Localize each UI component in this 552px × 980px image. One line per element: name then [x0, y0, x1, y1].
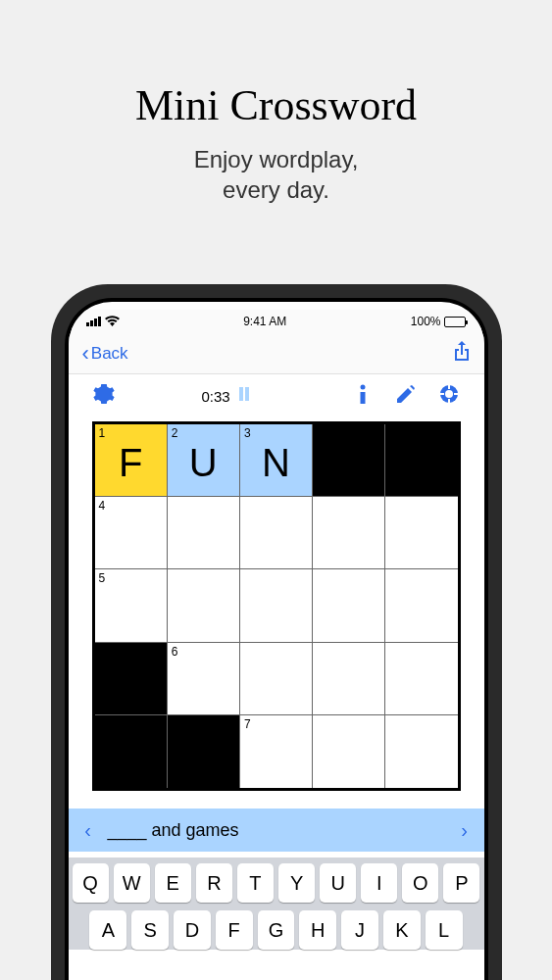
crossword-cell: [385, 424, 457, 497]
crossword-grid[interactable]: 1F2U3N4567: [92, 421, 461, 791]
crossword-cell[interactable]: 3N: [240, 424, 313, 497]
crossword-cell[interactable]: 4: [95, 497, 168, 569]
crossword-cell[interactable]: 2U: [168, 424, 240, 497]
status-bar: 9:41 AM 100%: [69, 310, 484, 333]
svg-rect-3: [360, 392, 365, 404]
svg-point-2: [360, 385, 365, 390]
crossword-cell[interactable]: 1F: [95, 424, 168, 497]
next-clue-button[interactable]: ›: [457, 819, 473, 842]
prev-clue-button[interactable]: ‹: [80, 819, 96, 842]
key-l[interactable]: L: [426, 910, 463, 950]
phone-screen: 9:41 AM 100% ‹ Back 0:33: [69, 302, 484, 980]
cell-number: 1: [99, 426, 106, 440]
crossword-cell[interactable]: 6: [168, 643, 240, 715]
key-s[interactable]: S: [131, 910, 169, 950]
cell-number: 7: [244, 717, 251, 731]
settings-button[interactable]: [88, 383, 120, 409]
svg-rect-8: [439, 393, 444, 395]
key-e[interactable]: E: [155, 863, 191, 903]
key-k[interactable]: K: [383, 910, 421, 950]
key-w[interactable]: W: [114, 863, 150, 903]
crossword-cell[interactable]: [313, 715, 385, 788]
key-r[interactable]: R: [196, 863, 232, 903]
key-i[interactable]: I: [361, 863, 397, 903]
svg-rect-9: [454, 393, 459, 395]
keyboard: QWERTYUIOP ASDFGHJKL: [69, 858, 484, 950]
key-j[interactable]: J: [341, 910, 378, 950]
crossword-cell[interactable]: [240, 643, 313, 715]
crossword-cell: [95, 643, 168, 715]
lifesaver-button[interactable]: [433, 384, 465, 408]
key-q[interactable]: Q: [73, 863, 109, 903]
cell-number: 6: [172, 645, 178, 659]
key-y[interactable]: Y: [278, 863, 315, 903]
nav-bar: ‹ Back: [69, 333, 484, 374]
timer-display: 0:33: [202, 388, 230, 405]
cell-letter: F: [119, 441, 142, 485]
crossword-cell[interactable]: 5: [95, 569, 168, 642]
promo-title: Mini Crossword: [0, 0, 552, 130]
chevron-left-icon: ‹: [82, 343, 89, 365]
crossword-cell: [313, 424, 385, 497]
signal-icon: [86, 317, 101, 326]
back-button[interactable]: ‹ Back: [82, 343, 128, 365]
crossword-cell[interactable]: [313, 569, 385, 642]
svg-point-5: [445, 390, 453, 398]
cell-number: 3: [244, 426, 251, 440]
crossword-cell[interactable]: [313, 497, 385, 569]
share-button[interactable]: [453, 341, 471, 367]
key-p[interactable]: P: [443, 863, 479, 903]
crossword-cell[interactable]: [168, 569, 240, 642]
key-h[interactable]: H: [299, 910, 336, 950]
crossword-cell[interactable]: [240, 497, 313, 569]
toolbar: 0:33: [69, 374, 484, 417]
crossword-cell: [95, 715, 168, 788]
crossword-cell: [168, 715, 240, 788]
cell-number: 2: [172, 426, 178, 440]
crossword-cell[interactable]: 7: [240, 715, 313, 788]
cell-letter: U: [189, 441, 218, 485]
key-g[interactable]: G: [258, 910, 295, 950]
crossword-cell[interactable]: [385, 497, 457, 569]
pause-button[interactable]: [238, 387, 250, 405]
crossword-cell[interactable]: [385, 715, 457, 788]
key-o[interactable]: O: [402, 863, 438, 903]
svg-rect-0: [239, 387, 243, 401]
phone-frame: 9:41 AM 100% ‹ Back 0:33: [51, 284, 502, 980]
key-u[interactable]: U: [320, 863, 356, 903]
clue-bar: ‹ ____ and games ›: [69, 808, 484, 852]
cell-letter: N: [262, 441, 290, 485]
key-f[interactable]: F: [216, 910, 253, 950]
crossword-cell[interactable]: [240, 569, 313, 642]
wifi-icon: [105, 315, 120, 329]
crossword-cell[interactable]: [385, 569, 457, 642]
info-button[interactable]: [347, 384, 378, 408]
status-time: 9:41 AM: [243, 315, 286, 328]
svg-rect-1: [245, 387, 249, 401]
key-d[interactable]: D: [174, 910, 211, 950]
clue-text: ____ and games: [108, 820, 445, 841]
crossword-cell[interactable]: [313, 643, 385, 715]
pencil-button[interactable]: [390, 385, 422, 407]
svg-rect-7: [448, 399, 450, 404]
cell-number: 5: [99, 571, 106, 585]
battery-indicator: 100%: [411, 315, 467, 328]
promo-subtitle: Enjoy wordplay, every day.: [0, 144, 552, 205]
crossword-cell[interactable]: [168, 497, 240, 569]
svg-rect-6: [448, 384, 450, 389]
cell-number: 4: [99, 499, 106, 513]
key-t[interactable]: T: [237, 863, 274, 903]
key-a[interactable]: A: [89, 910, 126, 950]
crossword-cell[interactable]: [385, 643, 457, 715]
